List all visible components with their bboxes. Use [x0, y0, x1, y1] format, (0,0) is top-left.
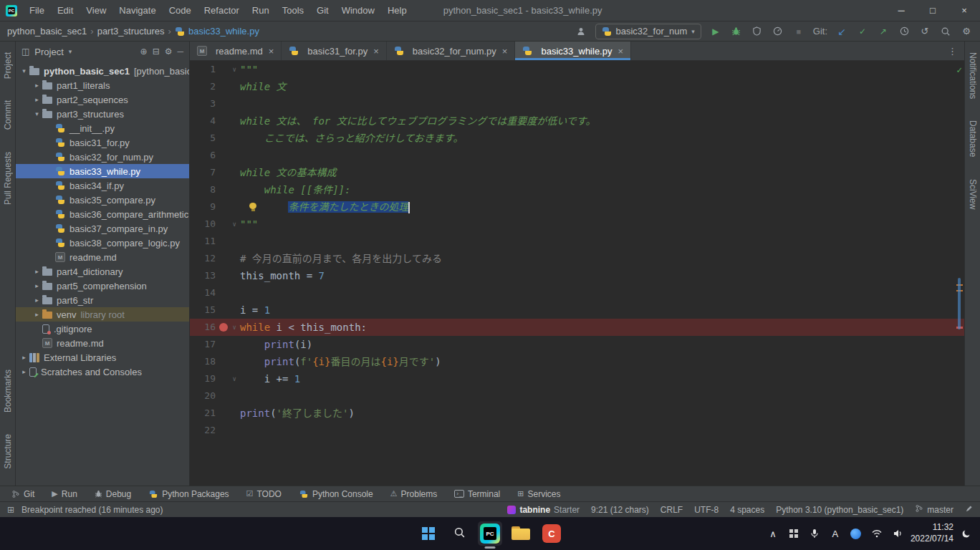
breadcrumb-item-python-basic-sec1[interactable]: python_basic_sec1: [7, 26, 87, 37]
tool-window-button-notifications[interactable]: Notifications: [968, 52, 978, 99]
clock-widget[interactable]: 11:32 2022/07/14: [911, 522, 953, 544]
run-config-selector[interactable]: basic32_for_num ▾: [595, 24, 701, 39]
search-everywhere-icon[interactable]: [939, 25, 952, 38]
menu-file[interactable]: File: [23, 0, 51, 21]
code-text[interactable]: [239, 95, 964, 112]
coverage-button[interactable]: [751, 25, 764, 38]
tool-window-button-database[interactable]: Database: [968, 120, 978, 157]
run-button[interactable]: ▶: [709, 25, 722, 38]
tree-item-init-py[interactable]: __init__.py: [16, 121, 189, 135]
code-text[interactable]: """: [239, 216, 964, 233]
debug-button[interactable]: [730, 25, 743, 38]
tree-item-basic32-for-num-py[interactable]: basic32_for_num.py: [16, 150, 189, 164]
indent-widget[interactable]: 4 spaces: [730, 505, 764, 515]
ime-mode-icon[interactable]: A: [827, 523, 843, 544]
collapse-all-icon[interactable]: ⊟: [153, 47, 160, 57]
chevron-right-icon[interactable]: ▸: [32, 282, 42, 289]
chevron-right-icon[interactable]: ▸: [19, 354, 29, 361]
file-explorer-button[interactable]: [509, 521, 533, 546]
line-separator-widget[interactable]: CRLF: [660, 505, 683, 515]
tree-item-basic34-if-py[interactable]: basic34_if.py: [16, 178, 189, 193]
chevron-right-icon[interactable]: ▸: [32, 96, 42, 103]
toolwindow-python-console[interactable]: Python Console: [299, 489, 373, 499]
tool-window-button-commit[interactable]: Commit: [3, 100, 13, 130]
panel-settings-icon[interactable]: ⚙: [165, 47, 173, 57]
tree-item-part1-literals[interactable]: ▸part1_literals: [16, 78, 189, 92]
tab-options-icon[interactable]: ⋮: [948, 46, 957, 57]
status-message[interactable]: Breakpoint reached (16 minutes ago): [21, 505, 163, 515]
project-panel-title[interactable]: Project: [34, 47, 63, 57]
menu-edit[interactable]: Edit: [51, 0, 80, 21]
volume-icon[interactable]: [890, 523, 905, 544]
menu-run[interactable]: Run: [246, 0, 276, 21]
code-text[interactable]: while 文: [239, 78, 964, 95]
start-button[interactable]: [416, 521, 441, 546]
close-icon[interactable]: ×: [373, 46, 379, 57]
history-icon[interactable]: [898, 25, 911, 38]
tree-item-python-basic-sec1[interactable]: ▾python_basic_sec1[python_basic]D:\: [16, 64, 189, 78]
code-text[interactable]: ここでは、さらっと紹介だけしておきます。: [239, 130, 964, 147]
toolwindow-services[interactable]: ⊞Services: [517, 489, 560, 499]
tree-item-readme-md[interactable]: Mreadme.md: [16, 250, 189, 264]
chevron-right-icon[interactable]: ▸: [32, 82, 42, 89]
caret-position-widget[interactable]: 9:21 (12 chars): [591, 505, 649, 515]
close-icon[interactable]: ×: [269, 46, 274, 57]
locate-file-icon[interactable]: ⊕: [140, 47, 148, 57]
tree-item-basic35-compare-py[interactable]: basic35_compare.py: [16, 193, 189, 207]
commit-icon[interactable]: ✓: [856, 25, 869, 38]
tree-item-external-libraries[interactable]: ▸External Libraries: [16, 350, 189, 365]
tree-item-basic33-while-py[interactable]: basic33_while.py: [16, 164, 189, 178]
red-c-app-button[interactable]: [539, 521, 564, 546]
code-text[interactable]: """: [239, 61, 964, 78]
code-text[interactable]: while i < this_month:: [239, 319, 964, 336]
toolwindow-todo[interactable]: ☑TODO: [246, 489, 282, 499]
chevron-down-icon[interactable]: ▾: [19, 67, 29, 74]
menu-window[interactable]: Window: [335, 0, 381, 21]
chevron-right-icon[interactable]: ▸: [19, 368, 29, 375]
tab-basic31-for-py[interactable]: basic31_for.py×: [282, 42, 386, 60]
settings-icon[interactable]: ⚙: [960, 25, 973, 38]
tree-item-venv[interactable]: ▸venvlibrary root: [16, 307, 189, 322]
profiler-button[interactable]: [772, 25, 784, 38]
push-icon[interactable]: ↗: [877, 25, 890, 38]
menu-code[interactable]: Code: [163, 0, 198, 21]
microphone-icon[interactable]: [807, 523, 822, 544]
blue-circle-icon[interactable]: [848, 523, 864, 544]
breadcrumb-item-basic33-while-py[interactable]: basic33_while.py: [175, 26, 259, 37]
code-text[interactable]: this_month = 7: [239, 267, 964, 284]
minimize-button[interactable]: ─: [885, 0, 917, 21]
code-text[interactable]: i = 1: [239, 301, 964, 319]
tree-item-gitignore[interactable]: .gitignore: [16, 322, 189, 336]
tree-item-basic38-compare-logic-py[interactable]: basic38_compare_logic.py: [16, 236, 189, 250]
encoding-widget[interactable]: UTF-8: [694, 505, 719, 515]
chevron-right-icon[interactable]: ▸: [32, 268, 42, 275]
code-text[interactable]: print('終了しました'): [239, 405, 964, 422]
menu-refactor[interactable]: Refactor: [198, 0, 246, 21]
intention-bulb-icon[interactable]: [249, 203, 257, 211]
tree-item-scratches-and-consoles[interactable]: ▸Scratches and Consoles: [16, 365, 189, 379]
interpreter-widget[interactable]: Python 3.10 (python_basic_sec1): [776, 505, 903, 515]
maximize-button[interactable]: □: [917, 0, 948, 21]
menu-tools[interactable]: Tools: [276, 0, 310, 21]
close-icon[interactable]: ×: [502, 46, 508, 57]
code-text[interactable]: # 今月の直前の月まで、各月を出力してみる: [239, 250, 964, 267]
tab-readme-md[interactable]: Mreadme.md×: [190, 42, 282, 60]
close-icon[interactable]: ×: [618, 46, 623, 57]
pycharm-taskbar-button[interactable]: [478, 521, 502, 546]
breadcrumb-item-part3-structures[interactable]: part3_structures: [97, 26, 165, 37]
fold-icon[interactable]: ∨: [233, 216, 236, 233]
toolwindow-problems[interactable]: ⚠Problems: [390, 489, 438, 499]
code-text[interactable]: [239, 233, 964, 250]
code-text[interactable]: while 文の基本構成: [239, 164, 964, 181]
tree-item-readme-md[interactable]: Mreadme.md: [16, 336, 189, 350]
code-text[interactable]: [239, 147, 964, 164]
menu-help[interactable]: Help: [381, 0, 413, 21]
inspections-ok-icon[interactable]: ✓: [956, 64, 962, 75]
code-text[interactable]: while 文は、 for 文に比してウェブプログラミングでは重要度が低いです。: [239, 112, 964, 130]
menu-git[interactable]: Git: [310, 0, 335, 21]
update-project-icon[interactable]: ↙: [835, 25, 848, 38]
tool-window-button-structure[interactable]: Structure: [3, 434, 13, 469]
code-text[interactable]: 条件を満たしたときの処理: [239, 198, 964, 216]
tool-window-switcher-icon[interactable]: ⊞: [7, 505, 14, 515]
tree-item-basic36-compare-arithmetic-py[interactable]: basic36_compare_arithmetic.py: [16, 207, 189, 221]
